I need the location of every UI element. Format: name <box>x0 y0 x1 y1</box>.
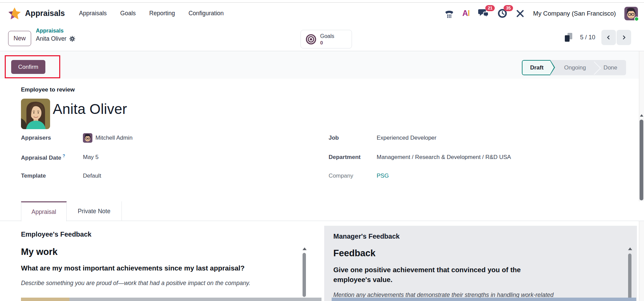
employee-panel-scrollbar-thumb[interactable] <box>303 253 306 297</box>
systray: AI 21 35 My Comp <box>445 3 638 24</box>
appraiser-chip[interactable]: Mitchell Admin <box>83 133 133 143</box>
manager-panel-scrollbar-thumb[interactable] <box>628 254 631 301</box>
employee-feedback-heading: My work <box>21 247 58 257</box>
breadcrumb: Appraisals Anita Oliver <box>36 28 75 42</box>
apps-menu-button[interactable]: Appraisals <box>8 7 65 20</box>
manager-feedback-heading: Feedback <box>333 248 376 259</box>
top-menu: Appraisals Goals Reporting Configuration <box>79 10 224 17</box>
control-panel: New Appraisals Anita Oliver <box>0 24 644 51</box>
tab-private-note[interactable]: Private Note <box>67 201 122 221</box>
template-label: Template <box>21 173 83 179</box>
company-switcher[interactable]: My Company (San Francisco) <box>533 10 616 17</box>
online-status-dot <box>634 17 639 21</box>
app-name: Appraisals <box>25 9 65 18</box>
appraisals-app-logo-icon <box>8 7 21 20</box>
employee-name-heading: Anita Oliver <box>53 101 127 117</box>
manager-panel-scroll-up-arrow[interactable] <box>628 247 632 250</box>
help-question-icon[interactable]: ? <box>63 154 65 158</box>
top-navbar: Appraisals Appraisals Goals Reporting Co… <box>0 3 644 24</box>
menu-reporting[interactable]: Reporting <box>149 10 175 17</box>
confirm-button[interactable]: Confirm <box>11 60 45 74</box>
breadcrumb-current-record: Anita Oliver <box>36 35 66 42</box>
page-scrollbar-track[interactable] <box>639 51 644 301</box>
chevron-left-icon <box>606 35 612 40</box>
employee-photo-image <box>21 99 50 129</box>
manager-feedback-question: Give one positive achievement that convi… <box>333 265 536 284</box>
field-appraisal-date: Appraisal Date? May 5 <box>21 152 98 162</box>
form-status-row: Confirm Draft Ongoing Done <box>0 51 644 79</box>
messages-badge: 21 <box>485 5 495 11</box>
activities-clock-icon[interactable]: 35 <box>497 8 507 18</box>
tab-appraisal[interactable]: Appraisal <box>21 201 67 221</box>
menu-goals[interactable]: Goals <box>120 10 136 17</box>
field-job: Job Experienced Developer <box>329 133 437 143</box>
field-template: Template Default <box>21 171 101 181</box>
chevron-right-icon <box>621 35 627 40</box>
goals-button-label: Goals <box>320 33 334 39</box>
statusbar: Draft Ongoing Done <box>522 60 626 75</box>
department-label: Department <box>329 154 377 161</box>
page-scrollbar-thumb[interactable] <box>640 120 643 200</box>
manager-feedback-panel[interactable]: Manager's Feedback Feedback Give one pos… <box>324 226 637 301</box>
goals-smart-button[interactable]: Goals 0 <box>301 30 352 48</box>
appraisal-date-value[interactable]: May 5 <box>83 154 98 161</box>
menu-appraisals[interactable]: Appraisals <box>79 10 107 17</box>
field-department: Department Management / Research & Devel… <box>329 152 511 162</box>
cutoff-content-right <box>332 298 636 301</box>
template-value[interactable]: Default <box>83 173 101 179</box>
stage-draft[interactable]: Draft <box>522 60 550 75</box>
voip-phone-icon[interactable] <box>445 9 454 18</box>
pager-next-button[interactable] <box>617 30 631 45</box>
window-top-edge <box>0 0 644 3</box>
employee-feedback-title: Employee's Feedback <box>21 230 91 238</box>
menu-configuration[interactable]: Configuration <box>188 10 224 17</box>
appraisers-label: Appraisers <box>21 135 83 141</box>
pager-previous-button[interactable] <box>601 30 616 45</box>
employee-feedback-question: What are my most important achievements … <box>21 263 288 273</box>
record-stack-icon[interactable] <box>565 33 573 42</box>
department-value[interactable]: Management / Research & Development / R&… <box>377 154 511 161</box>
ai-icon[interactable]: AI <box>462 9 469 18</box>
goals-count: 0 <box>320 39 334 46</box>
employee-photo[interactable] <box>21 99 50 129</box>
actions-gear-icon[interactable] <box>69 36 75 42</box>
appraisal-form-page: Appraisals Appraisals Goals Reporting Co… <box>0 0 644 301</box>
field-company: Company PSG <box>329 171 389 181</box>
new-button[interactable]: New <box>8 31 31 46</box>
appraisal-date-label: Appraisal Date? <box>21 154 83 161</box>
manager-feedback-title: Manager's Feedback <box>333 233 400 240</box>
pager: 5 / 10 <box>565 24 631 51</box>
job-label: Job <box>329 135 377 141</box>
employee-to-review-label: Employee to review <box>21 86 75 93</box>
cutoff-content-left <box>21 298 69 301</box>
user-avatar[interactable] <box>624 7 638 20</box>
pager-counter: 5 / 10 <box>580 34 595 41</box>
field-appraisers: Appraisers Mitchell Admin <box>21 133 133 143</box>
company-label: Company <box>329 173 377 179</box>
breadcrumb-appraisals-link[interactable]: Appraisals <box>36 28 75 34</box>
messages-icon[interactable]: 21 <box>478 8 489 18</box>
stage-ongoing[interactable]: Ongoing <box>555 60 595 75</box>
notebook-tabs: Appraisal Private Note <box>0 201 644 221</box>
company-value-link[interactable]: PSG <box>377 173 389 179</box>
debug-tools-icon[interactable] <box>516 9 525 18</box>
employee-feedback-hint: Describe something you are proud of—work… <box>21 280 285 287</box>
appraiser-avatar <box>83 133 92 143</box>
target-bullseye-icon <box>306 34 316 45</box>
employee-panel-scroll-up-arrow[interactable] <box>303 247 307 250</box>
job-value[interactable]: Experienced Developer <box>377 135 437 141</box>
activities-badge: 35 <box>504 5 513 11</box>
appraiser-name[interactable]: Mitchell Admin <box>95 135 133 141</box>
page-scroll-up-arrow[interactable] <box>640 114 643 117</box>
employee-feedback-panel[interactable]: Employee's Feedback My work What are my … <box>0 221 324 301</box>
cutoff-content-center <box>69 298 321 301</box>
